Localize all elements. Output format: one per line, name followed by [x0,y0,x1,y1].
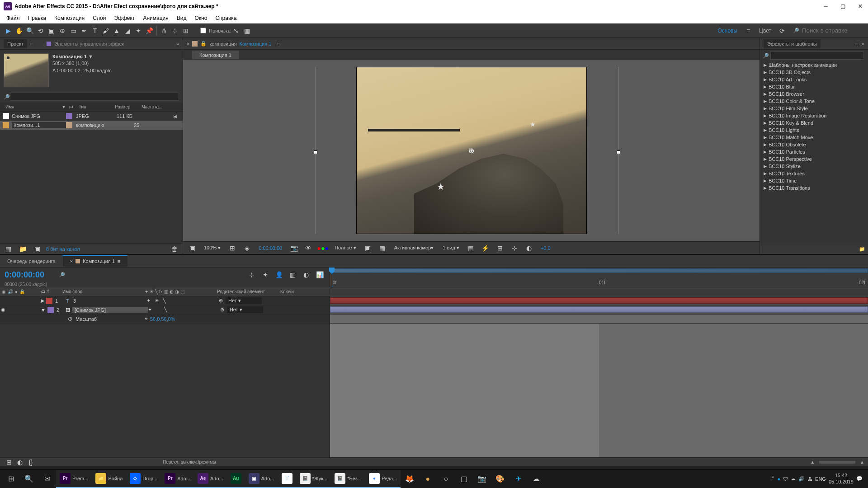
mail-icon[interactable]: ✉ [38,470,56,488]
effect-category[interactable]: ▶BCC10 Color & Tone [760,98,868,105]
taskbar-app[interactable]: 📄 [278,470,296,488]
layer-duration-bar[interactable] [330,306,868,313]
project-search-input[interactable] [10,93,179,101]
composition-canvas[interactable]: ★ ★ ⊕ [183,60,760,241]
zoom-slider[interactable] [819,461,855,464]
channel-icon[interactable]: ●●● [317,243,328,253]
hide-shy-icon[interactable]: 👤 [274,269,284,280]
cortana-icon[interactable]: ○ [437,470,455,488]
roto-tool-icon[interactable]: ✦ [133,25,144,36]
help-search-input[interactable] [802,27,865,34]
layer-name[interactable]: 3 [71,298,146,304]
new-bin-icon[interactable]: 📁 [859,246,865,253]
effect-category[interactable]: ▶BCC10 Art Looks [760,76,868,83]
tray-network-icon[interactable]: 🖧 [807,476,812,482]
effect-category[interactable]: ▶BCC10 Lights [760,127,868,134]
layer-row[interactable]: ◉ ▼ 2 🖼 [Снимок.JPG] ✦╲ ⊚ Нет ▾ [0,305,330,314]
snap-grid-icon[interactable]: ▦ [241,25,252,36]
tray-clock[interactable]: 15:42 05.10.2019 [829,473,854,484]
taskbar-app[interactable]: ◇Drop... [126,470,161,488]
start-button[interactable]: ⊞ [2,470,20,488]
sort-icon[interactable]: ▼ [61,104,66,109]
zoom-in-icon[interactable]: ▲ [860,460,864,465]
selection-tool-icon[interactable]: ▶ [3,25,14,36]
toggle-modes-icon[interactable]: ◐ [14,457,25,468]
col-type[interactable]: Тип [76,104,112,109]
camera-tool-icon[interactable]: ▣ [46,25,57,36]
tab-close-icon[interactable]: × [70,258,73,264]
pan-behind-tool-icon[interactable]: ⊕ [57,25,68,36]
type-tool-icon[interactable]: T [90,25,100,36]
timeline-comp-tab[interactable]: × Композиция 1 ≡ [63,255,128,267]
menu-view[interactable]: Вид [173,14,190,22]
workspace-color[interactable]: Цвет [759,28,771,34]
project-menu-icon[interactable]: ≡ [30,41,33,47]
bit-depth-button[interactable]: 8 бит на канал [46,246,80,252]
workspace-basics[interactable]: Основы [717,28,737,34]
frame-blend-icon[interactable]: ▥ [287,269,298,280]
tray-language[interactable]: ENG [815,476,826,482]
comp-thumbnail[interactable] [4,53,49,87]
effect-controls-tab[interactable]: Элементы управления эффек [51,39,128,48]
taskbar-app[interactable]: 📓*Без... [331,470,365,488]
eraser-tool-icon[interactable]: ◢ [122,25,133,36]
layer-label-icon[interactable] [47,307,54,313]
flowchart-icon[interactable]: ⊞ [173,113,177,119]
effect-category[interactable]: ▶BCC10 Time [760,177,868,184]
property-row[interactable]: ⏱ Масштаб ⚭ 56,0,56,0% [0,314,330,323]
menu-window[interactable]: Окно [191,14,211,22]
timeline-ruler[interactable]: 0f 01f 02f [330,267,868,287]
visibility-toggle[interactable]: ◉ [0,307,6,313]
menu-help[interactable]: Справка [212,14,240,22]
clone-tool-icon[interactable]: ▲ [111,25,122,36]
collapse-icon[interactable]: ▼ [41,307,46,313]
panel-overflow-icon[interactable]: » [176,41,179,47]
comp-mini-flowchart-icon[interactable]: ⊹ [246,269,257,280]
camera-icon[interactable]: 📷 [473,470,491,488]
lock-icon[interactable]: 🔒 [200,41,207,47]
zoom-tool-icon[interactable]: 🔍 [24,25,35,36]
toggle-switches-icon[interactable]: ⊞ [4,457,14,468]
sync-icon[interactable]: ⟳ [777,25,788,36]
resolution-dropdown[interactable]: Полное ▾ [332,244,359,252]
taskbar-app[interactable]: ▣Ado... [245,470,278,488]
effects-tab[interactable]: Эффекты и шаблоны [764,39,821,48]
menu-layer[interactable]: Слой [89,14,109,22]
maximize-button[interactable]: ▢ [839,1,847,11]
col-name[interactable]: Имя [3,104,61,109]
parent-pickwhip-icon[interactable]: ⊚ [219,298,223,304]
workspace-menu-icon[interactable]: ≡ [743,25,754,36]
brush-tool-icon[interactable]: 🖌 [100,25,111,36]
effect-category[interactable]: ▶BCC10 Particles [760,148,868,155]
menu-effect[interactable]: Эффект [110,14,138,22]
transparency-icon[interactable]: ▦ [377,243,388,253]
composition-name[interactable]: Композиция 1 [240,41,272,47]
menu-edit[interactable]: Правка [24,14,50,22]
parent-dropdown[interactable]: Нет ▾ [226,297,262,304]
effect-category[interactable]: ▶BCC10 Obsolete [760,141,868,148]
exposure-value[interactable]: +0,0 [538,244,553,252]
timeline-timecode[interactable]: 0:00:00:00 [5,270,44,280]
expand-icon[interactable]: ▶ [41,298,44,304]
comp-close-icon[interactable]: × [187,41,189,47]
tray-expand-icon[interactable]: ˄ [772,476,774,482]
motion-blur-icon[interactable]: ◐ [301,269,311,280]
toggle-in-out-icon[interactable]: {} [25,457,36,468]
zoom-dropdown[interactable]: 100% ▾ [201,244,223,252]
scale-value[interactable]: 56,0,56,0% [150,316,175,322]
notifications-icon[interactable]: 💬 [856,476,863,482]
firefox-icon[interactable]: 🦊 [401,470,419,488]
effect-category[interactable]: ▶BCC10 Match Move [760,134,868,141]
draft-3d-icon[interactable]: ✦ [260,269,271,280]
rect-tool-icon[interactable]: ▭ [68,25,79,36]
effect-category[interactable]: ▶Шаблоны настроек анимации [760,61,868,69]
snap-checkbox[interactable] [200,28,206,33]
exposure-reset-icon[interactable]: ◐ [524,243,534,253]
layer-row[interactable]: ▶ 1 T 3 ✦☀╲ ⊚ Нет ▾ [0,296,330,305]
view-axis-icon[interactable]: ⊞ [180,25,191,36]
pen-tool-icon[interactable]: ✒ [79,25,90,36]
fast-preview-icon[interactable]: ⚡ [480,243,491,253]
label-color-icon[interactable] [66,113,72,119]
current-time[interactable]: 0:00:00:00 [256,244,285,252]
taskbar-app[interactable]: Au [227,470,245,488]
